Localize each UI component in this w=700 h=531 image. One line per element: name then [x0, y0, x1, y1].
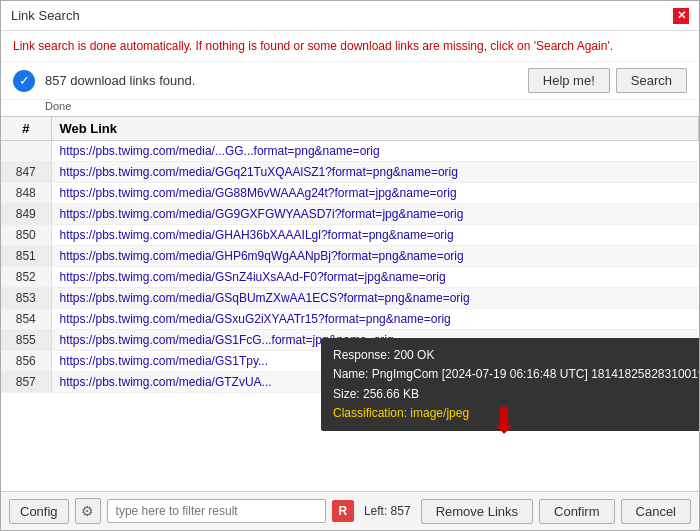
- row-url[interactable]: https://pbs.twimg.com/media/GHP6m9qWgAAN…: [51, 246, 699, 267]
- filter-input[interactable]: [107, 499, 326, 523]
- footer: Config ⚙ R Left: 857 Remove Links Confir…: [1, 491, 699, 530]
- links-found-text: 857 download links found.: [45, 73, 518, 88]
- row-url[interactable]: https://pbs.twimg.com/media/GGq21TuXQAAl…: [51, 162, 699, 183]
- row-number: 847: [1, 162, 51, 183]
- row-number: 851: [1, 246, 51, 267]
- table-row[interactable]: 854https://pbs.twimg.com/media/GSxuG2iXY…: [1, 309, 699, 330]
- status-icon: ✓: [13, 70, 35, 92]
- dialog-title: Link Search: [11, 8, 80, 23]
- row-number: 856: [1, 351, 51, 372]
- row-number: 849: [1, 204, 51, 225]
- table-container[interactable]: # Web Link https://pbs.twimg.com/media/.…: [1, 116, 699, 491]
- row-number: 857: [1, 372, 51, 393]
- info-message: Link search is done automatically. If no…: [13, 39, 613, 53]
- table-row[interactable]: 853https://pbs.twimg.com/media/GSqBUmZXw…: [1, 288, 699, 309]
- table-row[interactable]: 850https://pbs.twimg.com/media/GHAH36bXA…: [1, 225, 699, 246]
- row-number: 848: [1, 183, 51, 204]
- table-row[interactable]: https://pbs.twimg.com/media/...GG...form…: [1, 141, 699, 162]
- row-url[interactable]: https://pbs.twimg.com/media/GG88M6vWAAAg…: [51, 183, 699, 204]
- tooltip-arrow-icon: ⬇: [489, 400, 525, 436]
- row-url[interactable]: https://pbs.twimg.com/media/GSqBUmZXwAA1…: [51, 288, 699, 309]
- r-icon: R: [332, 500, 354, 522]
- status-buttons: Help me! Search: [528, 68, 687, 93]
- row-number: 850: [1, 225, 51, 246]
- tooltip-response: Response: 200 OK: [333, 346, 699, 365]
- table-row[interactable]: 848https://pbs.twimg.com/media/GG88M6vWA…: [1, 183, 699, 204]
- row-url[interactable]: https://pbs.twimg.com/media/GHAH36bXAAAI…: [51, 225, 699, 246]
- close-button[interactable]: ✕: [673, 8, 689, 24]
- row-number: [1, 141, 51, 162]
- search-button[interactable]: Search: [616, 68, 687, 93]
- tooltip-name: Name: PngImgCom [2024-07-19 06:16:48 UTC…: [333, 365, 699, 384]
- confirm-button[interactable]: Confirm: [539, 499, 615, 524]
- row-number: 853: [1, 288, 51, 309]
- table-row[interactable]: 852https://pbs.twimg.com/media/GSnZ4iuXs…: [1, 267, 699, 288]
- row-url[interactable]: https://pbs.twimg.com/media/GSxuG2iXYAAT…: [51, 309, 699, 330]
- info-bar: Link search is done automatically. If no…: [1, 31, 699, 62]
- table-row[interactable]: 847https://pbs.twimg.com/media/GGq21TuXQ…: [1, 162, 699, 183]
- left-count: Left: 857: [364, 504, 411, 518]
- link-search-dialog: Link Search ✕ Link search is done automa…: [0, 0, 700, 531]
- row-number: 854: [1, 309, 51, 330]
- col-header-number: #: [1, 117, 51, 141]
- status-bar: ✓ 857 download links found. Help me! Sea…: [1, 62, 699, 100]
- done-label: Done: [1, 100, 699, 116]
- table-row[interactable]: 849https://pbs.twimg.com/media/GG9GXFGWY…: [1, 204, 699, 225]
- row-url[interactable]: https://pbs.twimg.com/media/...GG...form…: [51, 141, 699, 162]
- help-button[interactable]: Help me!: [528, 68, 610, 93]
- cancel-button[interactable]: Cancel: [621, 499, 691, 524]
- row-number: 855: [1, 330, 51, 351]
- row-url[interactable]: https://pbs.twimg.com/media/GG9GXFGWYAAS…: [51, 204, 699, 225]
- col-header-weblink: Web Link: [51, 117, 699, 141]
- title-bar: Link Search ✕: [1, 1, 699, 31]
- row-number: 852: [1, 267, 51, 288]
- table-row[interactable]: 851https://pbs.twimg.com/media/GHP6m9qWg…: [1, 246, 699, 267]
- gear-icon[interactable]: ⚙: [75, 498, 101, 524]
- row-url[interactable]: https://pbs.twimg.com/media/GSnZ4iuXsAAd…: [51, 267, 699, 288]
- remove-links-button[interactable]: Remove Links: [421, 499, 533, 524]
- config-button[interactable]: Config: [9, 499, 69, 524]
